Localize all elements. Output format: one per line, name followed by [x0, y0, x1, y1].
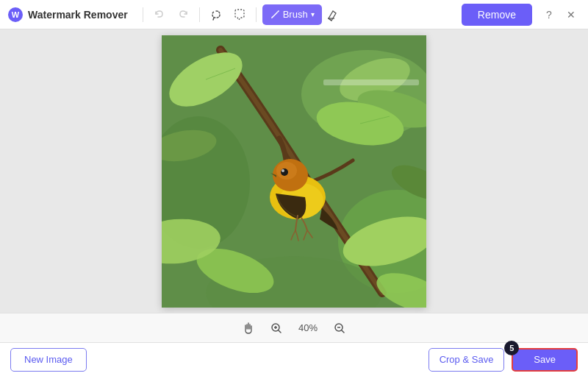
remove-button[interactable]: Remove	[462, 4, 532, 26]
history-controls	[149, 4, 193, 25]
close-button[interactable]: ✕	[562, 5, 581, 24]
tool-controls	[206, 4, 250, 25]
svg-text:W: W	[12, 10, 20, 19]
hand-icon	[242, 322, 255, 335]
crop-save-button[interactable]: Crop & Save	[429, 348, 505, 372]
svg-line-30	[279, 330, 281, 333]
eraser-button[interactable]	[322, 4, 343, 25]
save-button[interactable]: Save	[512, 348, 578, 372]
svg-line-33	[342, 330, 344, 333]
save-badge: 5	[504, 341, 519, 355]
help-button[interactable]: ?	[539, 5, 559, 24]
zoom-out-button[interactable]	[330, 319, 349, 338]
title-bar: W Watermark Remover	[0, 0, 588, 29]
brush-button[interactable]: Brush ▾	[262, 4, 322, 25]
lasso-icon	[209, 8, 223, 21]
app-title: Watermark Remover	[28, 9, 128, 21]
svg-rect-26	[323, 79, 419, 85]
redo-button[interactable]	[173, 4, 193, 25]
toolbar-divider	[143, 7, 143, 22]
save-button-wrapper: 5 Save	[512, 348, 578, 372]
undo-button[interactable]	[149, 4, 170, 25]
app-logo-icon: W	[7, 7, 24, 23]
brush-icon	[270, 10, 280, 20]
toolbar-divider3	[256, 7, 257, 22]
eraser-icon	[326, 8, 339, 21]
zoom-in-icon	[270, 322, 282, 334]
redo-icon	[177, 9, 189, 21]
close-icon: ✕	[567, 9, 576, 21]
help-icon: ?	[546, 9, 552, 21]
new-image-button[interactable]: New Image	[10, 348, 87, 372]
footer-right: Crop & Save 5 Save	[429, 348, 578, 372]
image-container[interactable]	[162, 35, 426, 308]
hand-tool-button[interactable]	[239, 319, 258, 338]
speech-bubble-button[interactable]	[229, 4, 250, 25]
svg-point-22	[281, 169, 288, 176]
zoom-in-button[interactable]	[267, 319, 286, 338]
zoom-percentage: 40%	[295, 322, 321, 333]
footer: New Image Crop & Save 5 Save	[0, 342, 588, 376]
speech-bubble-icon	[233, 8, 246, 21]
undo-icon	[154, 9, 165, 21]
svg-point-23	[282, 169, 284, 172]
bird-image	[162, 35, 426, 308]
zoom-out-icon	[334, 322, 345, 334]
window-controls: ? ✕	[539, 5, 581, 24]
brush-chevron-icon: ▾	[311, 10, 315, 18]
toolbar-divider2	[199, 7, 200, 22]
zoom-toolbar: 40%	[0, 313, 588, 342]
canvas-area	[0, 29, 588, 313]
lasso-button[interactable]	[206, 4, 226, 25]
brush-label: Brush	[283, 9, 308, 20]
